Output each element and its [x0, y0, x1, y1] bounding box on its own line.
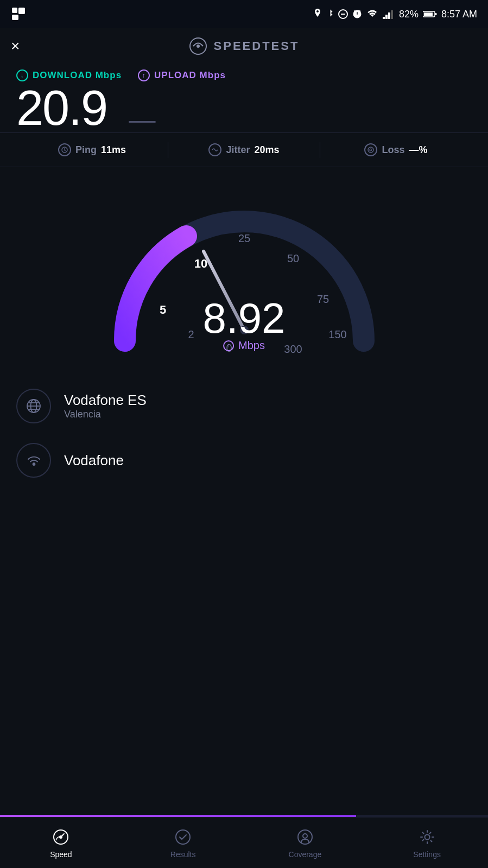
- nav-speed-label: Speed: [50, 850, 72, 859]
- dnd-icon: [338, 9, 348, 19]
- loss-value: —%: [409, 144, 428, 156]
- svg-point-16: [370, 149, 372, 151]
- loss-label: Loss: [382, 144, 404, 156]
- svg-point-33: [33, 463, 35, 465]
- svg-text:2: 2: [188, 328, 194, 340]
- gauge-speed-value: 8.92: [203, 297, 286, 339]
- nav-coverage[interactable]: Coverage: [244, 827, 366, 859]
- speedtest-logo-icon: [189, 37, 207, 55]
- ping-stat: Ping 11ms: [16, 143, 168, 156]
- svg-text:10: 10: [194, 257, 207, 270]
- download-icon: ↓: [16, 69, 28, 81]
- speed-labels: ↓ DOWNLOAD Mbps ↑ UPLOAD Mbps: [16, 69, 472, 81]
- isp-item: Vodafone ES Valencia: [16, 379, 472, 433]
- svg-point-15: [368, 147, 373, 153]
- speed-nav-icon: [51, 827, 71, 847]
- isp-name: Vodafone ES: [64, 392, 147, 409]
- settings-nav-icon: [417, 827, 437, 847]
- ping-label: Ping: [75, 144, 97, 156]
- app-title: SPEEDTEST: [214, 39, 300, 53]
- nav-results-label: Results: [170, 850, 196, 859]
- svg-rect-10: [424, 12, 433, 16]
- svg-rect-1: [18, 8, 25, 14]
- connection-text: Vodafone: [64, 452, 124, 469]
- svg-rect-2: [12, 15, 18, 20]
- svg-text:5: 5: [159, 303, 166, 316]
- upload-icon: ↑: [138, 69, 150, 81]
- upload-dash: [129, 121, 156, 123]
- wifi-connection-icon: [26, 452, 42, 468]
- speed-section: ↓ DOWNLOAD Mbps ↑ UPLOAD Mbps 20.9: [0, 64, 488, 132]
- bottom-nav: Speed Results Coverage Settings: [0, 817, 488, 868]
- battery-icon: [423, 10, 437, 18]
- nav-settings[interactable]: Settings: [366, 827, 488, 859]
- jitter-label: Jitter: [226, 144, 250, 156]
- svg-text:75: 75: [316, 293, 328, 305]
- gauge-container: 0 2 5 10 25 50 75 150 300: [0, 167, 488, 368]
- loss-icon: [364, 143, 377, 156]
- connection-item: Vodafone: [16, 433, 472, 487]
- ping-value: 11ms: [101, 144, 126, 156]
- svg-point-38: [303, 834, 307, 838]
- gauge-wrapper: 0 2 5 10 25 50 75 150 300: [92, 178, 396, 363]
- svg-point-13: [197, 45, 200, 48]
- results-nav-icon: [173, 827, 193, 847]
- globe-icon: [26, 398, 42, 414]
- jitter-icon: [208, 143, 221, 156]
- location-icon: [313, 9, 322, 20]
- connection-icon-circle: [16, 443, 51, 478]
- svg-text:50: 50: [287, 252, 299, 264]
- svg-rect-8: [391, 10, 393, 19]
- status-bar-right: 82% 8:57 AM: [313, 9, 477, 20]
- nav-settings-label: Settings: [413, 850, 441, 859]
- svg-text:25: 25: [238, 232, 250, 244]
- wifi-icon: [366, 9, 378, 19]
- gauge-upload-icon: ↑: [223, 340, 234, 351]
- close-button[interactable]: ×: [11, 37, 20, 55]
- connection-name: Vodafone: [64, 452, 124, 469]
- upload-label: ↑ UPLOAD Mbps: [138, 69, 226, 81]
- download-value: 20.9: [16, 84, 107, 132]
- signal-icon: [383, 9, 395, 19]
- isp-location: Valencia: [64, 409, 147, 420]
- speed-values: 20.9: [16, 84, 472, 132]
- svg-rect-5: [383, 17, 385, 19]
- alarm-icon: [352, 9, 362, 19]
- svg-point-39: [424, 834, 429, 839]
- svg-point-37: [298, 830, 312, 844]
- bluetooth-icon: [326, 9, 334, 20]
- svg-rect-6: [385, 15, 388, 19]
- app-header: × SPEEDTEST: [0, 28, 488, 64]
- network-info: Vodafone ES Valencia Vodafone: [0, 368, 488, 498]
- battery-percent: 82%: [399, 9, 419, 20]
- svg-rect-7: [388, 12, 390, 19]
- svg-text:150: 150: [328, 328, 346, 340]
- status-bar: 82% 8:57 AM: [0, 0, 488, 28]
- svg-point-36: [176, 830, 190, 844]
- svg-rect-11: [435, 13, 436, 15]
- nav-results[interactable]: Results: [122, 827, 244, 859]
- download-label: ↓ DOWNLOAD Mbps: [16, 69, 122, 81]
- stats-row: Ping 11ms Jitter 20ms Loss —%: [0, 132, 488, 167]
- status-bar-left: [11, 7, 26, 22]
- loss-stat: Loss —%: [320, 143, 472, 156]
- gauge-center: 8.92 ↑ Mbps: [203, 297, 286, 352]
- header-title: SPEEDTEST: [189, 37, 300, 55]
- upload-value-container: [129, 121, 156, 132]
- isp-text: Vodafone ES Valencia: [64, 392, 147, 420]
- coverage-nav-icon: [295, 827, 315, 847]
- svg-rect-0: [12, 8, 17, 13]
- nav-coverage-label: Coverage: [289, 850, 322, 859]
- jitter-stat: Jitter 20ms: [168, 143, 320, 156]
- isp-icon-circle: [16, 389, 51, 423]
- ping-icon: [58, 143, 71, 156]
- svg-text:300: 300: [284, 343, 302, 355]
- nav-speed[interactable]: Speed: [0, 827, 122, 859]
- jitter-value: 20ms: [254, 144, 279, 156]
- time-display: 8:57 AM: [441, 9, 477, 20]
